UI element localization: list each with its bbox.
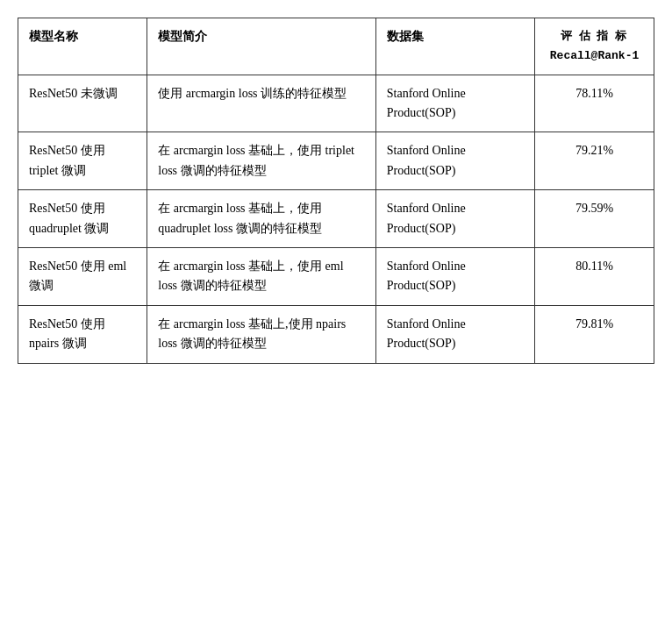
model-name: ResNet50 使用 eml 微调 [18,247,147,305]
model-name: ResNet50 未微调 [18,75,147,132]
header-description: 模型简介 [147,18,376,75]
model-name: ResNet50 使用 quadruplet 微调 [18,190,147,248]
model-description: 在 arcmargin loss 基础上，使用 quadruplet loss … [147,190,376,248]
table-row: ResNet50 使用 eml 微调在 arcmargin loss 基础上，使… [18,247,654,305]
model-metric: 78.11% [535,75,654,132]
header-metric: 评 估 指 标 Recall@Rank-1 [535,18,654,75]
model-description: 在 arcmargin loss 基础上，使用 triplet loss 微调的… [147,132,376,190]
model-description: 使用 arcmargin loss 训练的特征模型 [147,75,376,132]
table-row: ResNet50 使用 quadruplet 微调在 arcmargin los… [18,190,654,248]
model-metric: 80.11% [535,247,654,305]
model-metric: 79.81% [535,305,654,363]
model-metric: 79.21% [535,132,654,190]
header-name: 模型名称 [18,18,147,75]
metric-header-zh: 评 估 指 标 [546,27,643,46]
model-dataset: Stanford Online Product(SOP) [375,132,534,190]
model-metric: 79.59% [535,190,654,248]
metric-header-en: Recall@Rank-1 [546,47,643,66]
table-row: ResNet50 使用 npairs 微调在 arcmargin loss 基础… [18,305,654,363]
model-dataset: Stanford Online Product(SOP) [375,305,534,363]
model-name: ResNet50 使用 triplet 微调 [18,132,147,190]
model-name: ResNet50 使用 npairs 微调 [18,305,147,363]
table-row: ResNet50 使用 triplet 微调在 arcmargin loss 基… [18,132,654,190]
model-description: 在 arcmargin loss 基础上，使用 eml loss 微调的特征模型 [147,247,376,305]
model-dataset: Stanford Online Product(SOP) [375,247,534,305]
comparison-table: 模型名称 模型简介 数据集 评 估 指 标 Recall@Rank-1 ResN… [18,18,654,364]
header-dataset: 数据集 [375,18,534,75]
model-description: 在 arcmargin loss 基础上,使用 npairs loss 微调的特… [147,305,376,363]
model-dataset: Stanford Online Product(SOP) [375,75,534,132]
table-row: ResNet50 未微调使用 arcmargin loss 训练的特征模型Sta… [18,75,654,132]
model-dataset: Stanford Online Product(SOP) [375,190,534,248]
